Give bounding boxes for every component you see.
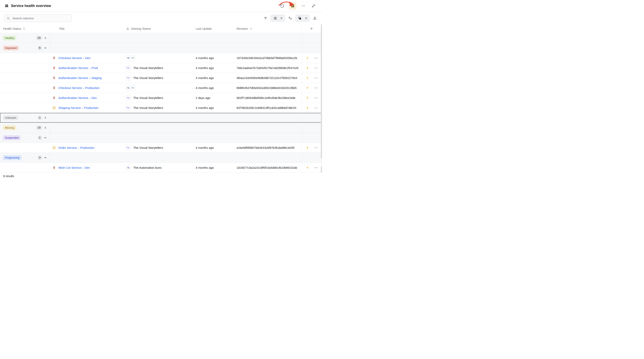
status-badge[interactable]: Progressing [3, 155, 22, 160]
revision-hash: 78dc2aa64a7b72de545278a7ad28609e1f547e2d [236, 66, 302, 70]
save-icon[interactable] [289, 2, 296, 10]
search-icon [6, 17, 10, 20]
chevron-down-icon[interactable] [44, 156, 47, 159]
octopus-service-icon [52, 56, 56, 60]
search-input[interactable] [12, 16, 69, 20]
team-avatar[interactable]: TV [125, 65, 131, 71]
group-count-badge: 6 [38, 46, 42, 50]
add-column-button[interactable] [302, 24, 321, 33]
lightning-icon[interactable] [306, 106, 309, 110]
lightning-icon[interactable] [306, 66, 309, 70]
octopus-service-icon [52, 76, 56, 80]
group-by-icon[interactable] [297, 16, 302, 21]
chevron-down-icon[interactable] [44, 47, 47, 50]
team-name: The Visual Storytellers [133, 146, 163, 149]
row-menu-button[interactable] [314, 106, 318, 110]
top-bar: Service health overview [0, 0, 322, 12]
group-row-healthy: Healthy 24 [0, 33, 322, 43]
team-avatar[interactable]: TA [125, 165, 131, 171]
chevron-down-icon[interactable] [44, 136, 47, 139]
download-icon[interactable] [312, 16, 317, 21]
status-badge[interactable]: Suspended [3, 135, 21, 140]
row-menu-button[interactable] [314, 66, 318, 70]
group-count-badge: 24 [36, 36, 42, 40]
row-menu-button[interactable] [314, 86, 318, 90]
row-menu-button[interactable] [314, 96, 318, 100]
revision-hash: 4feaa13cb4500e56db4db73211d147fd302276e3 [236, 76, 302, 80]
collapse-icon[interactable] [310, 3, 317, 9]
group-row-degraded: Degraded 6 [0, 43, 322, 53]
last-update: 4 months ago [196, 106, 236, 110]
team-name: The Visual Storytellers [133, 106, 163, 110]
clear-view-x-icon[interactable] [280, 16, 283, 21]
sort-icon[interactable] [288, 16, 292, 21]
row-menu-button[interactable] [314, 56, 318, 60]
table-row: Authentication Service – Prod TV The Vis… [0, 63, 322, 73]
entity-title-link[interactable]: Authentication Service – Staging [58, 76, 102, 80]
column-header[interactable]: Last Update [196, 27, 212, 30]
group-count-badge: 3 [38, 156, 42, 160]
table-row: Order Service – Production TV The Visual… [0, 143, 322, 153]
team-avatar[interactable]: TF [130, 55, 136, 61]
more-options-icon[interactable] [300, 3, 307, 9]
entity-title-link[interactable]: Checkout Service – Dev [58, 56, 90, 60]
team-avatar[interactable]: TV [125, 145, 131, 151]
list-view-icon[interactable] [272, 16, 277, 21]
chevron-right-icon[interactable] [44, 126, 47, 129]
column-header[interactable]: Health Status [3, 27, 21, 30]
page-title: Service health overview [11, 4, 51, 8]
octopus-service-icon [52, 96, 56, 100]
lightning-icon[interactable] [306, 96, 309, 100]
table-row: Authentication Service – Dev TV The Visu… [0, 93, 322, 103]
lightning-icon[interactable] [306, 146, 309, 149]
last-update: 2 days ago [196, 96, 236, 100]
scrollbar-thumb[interactable] [321, 158, 322, 167]
status-badge[interactable]: Degraded [3, 46, 19, 51]
package-service-icon [52, 146, 56, 150]
search-box[interactable] [4, 14, 72, 22]
lightning-icon[interactable] [306, 86, 309, 90]
octopus-service-icon [52, 166, 56, 170]
package-service-icon [52, 106, 56, 110]
team-name: The Visual Storytellers [133, 96, 163, 100]
group-count-badge: 1 [38, 136, 42, 140]
column-header[interactable]: Title [59, 27, 64, 30]
lightning-icon[interactable] [306, 56, 309, 60]
status-badge[interactable]: Unknown [3, 115, 18, 121]
team-avatar[interactable]: TF [130, 85, 136, 91]
row-menu-button[interactable] [314, 76, 318, 80]
group-row-suspended: Suspended 1 [0, 133, 322, 143]
toolbar-actions [263, 14, 317, 22]
table-row: Authentication Service – Staging TV The … [0, 73, 322, 83]
status-badge[interactable]: Missing [3, 125, 16, 130]
team-avatar[interactable]: TV [125, 105, 131, 111]
entity-title-link[interactable]: Checkout Service – Production [58, 86, 100, 90]
entity-title-link[interactable]: Order Service – Production [58, 146, 94, 149]
chevron-right-icon[interactable] [44, 37, 47, 40]
last-update: 4 months ago [196, 76, 236, 80]
undo-icon[interactable] [279, 3, 286, 9]
info-icon[interactable] [22, 27, 26, 30]
clear-group-x-icon[interactable] [304, 16, 308, 21]
view-pill [270, 14, 285, 22]
column-header[interactable]: Owning Teams [131, 27, 151, 30]
entity-title-link[interactable]: Authentication Service – Prod [58, 66, 98, 70]
lightning-icon[interactable] [306, 166, 309, 169]
lightning-icon[interactable] [306, 76, 309, 80]
revision-hash: a1be5df5f08075dc9c53cbf97b3fcdad98c342f0 [236, 146, 302, 149]
chevron-right-icon[interactable] [44, 116, 47, 119]
group-row-unknown: Unknown 1 [0, 113, 322, 123]
entity-title-link[interactable]: Wish List Service – Dev [58, 166, 90, 169]
team-avatar[interactable]: TV [125, 75, 131, 81]
row-menu-button[interactable] [314, 166, 318, 170]
info-icon[interactable] [250, 27, 252, 30]
entity-title-link[interactable]: Authentication Service – Dev [58, 96, 97, 100]
filter-icon[interactable] [263, 16, 268, 21]
last-update: 4 months ago [196, 86, 236, 90]
status-badge[interactable]: Healthy [3, 36, 16, 41]
team-avatar[interactable]: TV [125, 95, 131, 101]
row-menu-button[interactable] [314, 146, 318, 150]
column-header[interactable]: Revision [236, 27, 248, 30]
entity-title-link[interactable]: Shipping Service – Production [58, 106, 98, 110]
vertical-scrollbar[interactable] [321, 24, 322, 173]
